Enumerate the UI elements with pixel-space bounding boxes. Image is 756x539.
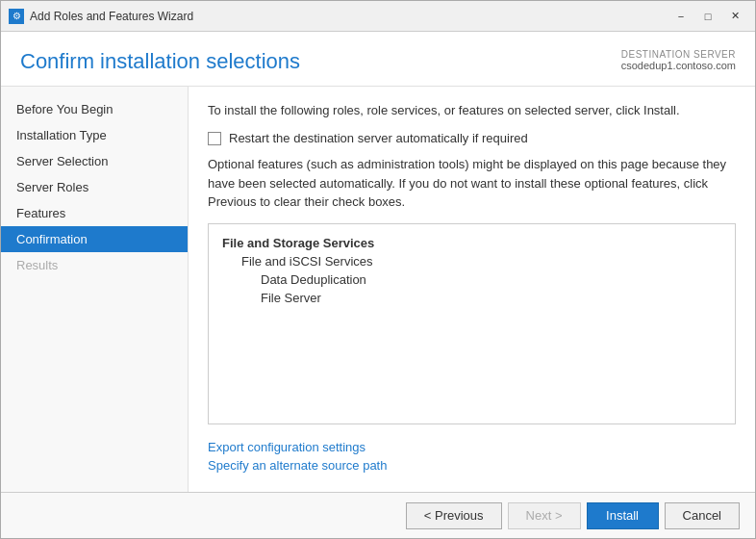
previous-button[interactable]: < Previous: [406, 502, 502, 529]
window-controls: − □ ✕: [668, 7, 747, 26]
install-button[interactable]: Install: [587, 502, 659, 529]
next-button: Next >: [508, 502, 581, 529]
cancel-button[interactable]: Cancel: [665, 502, 740, 529]
footer: < Previous Next > Install Cancel: [1, 492, 755, 538]
content-area: Before You Begin Installation Type Serve…: [1, 87, 755, 492]
destination-server-label: DESTINATION SERVER: [621, 49, 736, 60]
feature-data-deduplication: Data Deduplication: [222, 270, 721, 289]
minimize-button[interactable]: −: [668, 7, 693, 26]
feature-file-server: File Server: [222, 289, 721, 307]
sidebar-item-server-selection[interactable]: Server Selection: [1, 148, 188, 174]
maximize-button[interactable]: □: [695, 7, 720, 26]
restart-checkbox-row: Restart the destination server automatic…: [208, 131, 736, 145]
destination-server-info: DESTINATION SERVER csodedup1.contoso.com: [621, 49, 736, 71]
restart-checkbox-label: Restart the destination server automatic…: [229, 131, 528, 145]
instruction-text: To install the following roles, role ser…: [208, 102, 736, 119]
sidebar: Before You Begin Installation Type Serve…: [1, 87, 189, 492]
window-title: Add Roles and Features Wizard: [30, 10, 668, 23]
sidebar-item-confirmation[interactable]: Confirmation: [1, 226, 188, 252]
wizard-window: ⚙ Add Roles and Features Wizard − □ ✕ Co…: [0, 0, 756, 539]
restart-checkbox[interactable]: [208, 132, 221, 145]
alternate-source-link[interactable]: Specify an alternate source path: [208, 458, 736, 473]
export-config-link[interactable]: Export configuration settings: [208, 440, 736, 454]
main-panel: To install the following roles, role ser…: [189, 87, 755, 492]
app-icon: ⚙: [9, 9, 24, 24]
header: Confirm installation selections DESTINAT…: [1, 32, 755, 87]
features-list-box: File and Storage Services File and iSCSI…: [208, 223, 736, 424]
sidebar-item-server-roles[interactable]: Server Roles: [1, 174, 188, 200]
page-title: Confirm installation selections: [20, 49, 300, 74]
optional-features-text: Optional features (such as administratio…: [208, 155, 736, 212]
sidebar-item-before-you-begin[interactable]: Before You Begin: [1, 96, 188, 122]
destination-server-name: csodedup1.contoso.com: [621, 60, 736, 71]
feature-file-storage-services: File and Storage Services: [222, 234, 721, 252]
links-section: Export configuration settings Specify an…: [208, 440, 736, 476]
close-button[interactable]: ✕: [722, 7, 747, 26]
sidebar-item-installation-type[interactable]: Installation Type: [1, 122, 188, 148]
title-bar: ⚙ Add Roles and Features Wizard − □ ✕: [1, 1, 755, 32]
sidebar-item-results: Results: [1, 252, 188, 278]
sidebar-item-features[interactable]: Features: [1, 200, 188, 226]
feature-file-iscsi-services: File and iSCSI Services: [222, 252, 721, 270]
